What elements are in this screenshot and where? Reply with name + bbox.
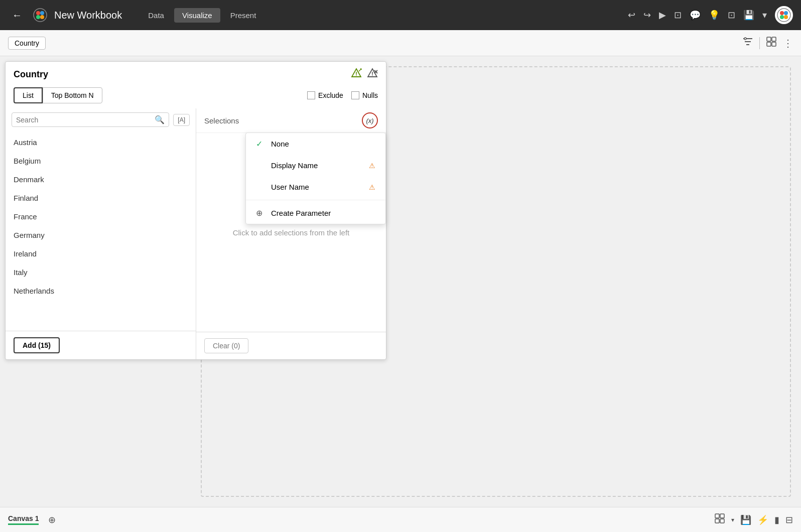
warning-icon-user: ⚠: [369, 183, 375, 191]
filter-panel-header: Country: [6, 62, 386, 87]
dropdown-create-parameter-label: Create Parameter: [271, 209, 331, 217]
tab-list[interactable]: List: [14, 87, 43, 103]
filter-panel-title: Country: [14, 69, 351, 80]
dropdown-item-create-parameter[interactable]: ⊕ Create Parameter: [246, 202, 385, 224]
svg-point-7: [784, 11, 788, 15]
nulls-group: Nulls: [351, 91, 378, 99]
list-item[interactable]: Germany: [6, 226, 196, 244]
dropdown-none-label: None: [271, 140, 289, 148]
more-icon[interactable]: ⋮: [783, 37, 793, 49]
grid-chevron-icon[interactable]: ▾: [731, 516, 734, 523]
list-item[interactable]: Finland: [6, 189, 196, 207]
svg-point-3: [36, 15, 40, 19]
filter-remove-icon[interactable]: [367, 68, 378, 81]
nulls-checkbox[interactable]: [351, 91, 359, 99]
fx-dropdown-menu: ✓ None ✓ Display Name ⚠ ✓ User Name ⚠: [245, 132, 386, 224]
list-item[interactable]: Italy: [6, 263, 196, 282]
app-logo: [32, 7, 48, 23]
svg-point-20: [356, 75, 357, 76]
list-item[interactable]: Ireland: [6, 244, 196, 263]
nulls-label: Nulls: [362, 91, 378, 99]
dropdown-item-display-name[interactable]: ✓ Display Name ⚠: [246, 155, 385, 176]
filter-tab-group: List Top Bottom N: [14, 87, 102, 103]
svg-point-9: [784, 15, 788, 19]
list-item[interactable]: France: [6, 207, 196, 226]
fx-button[interactable]: (x): [362, 112, 378, 128]
save-chevron-icon[interactable]: ▾: [762, 10, 767, 21]
exclude-label: Exclude: [318, 91, 343, 99]
list-item[interactable]: Denmark: [6, 170, 196, 189]
svg-rect-31: [715, 519, 719, 523]
svg-rect-16: [767, 42, 771, 46]
layout-icon[interactable]: [766, 36, 777, 50]
list-mode-btn[interactable]: [A]: [173, 114, 190, 126]
dropdown-display-name-label: Display Name: [271, 161, 318, 170]
save-green-icon[interactable]: 💾: [740, 514, 751, 525]
add-button[interactable]: Add (15): [14, 337, 60, 353]
clear-button[interactable]: Clear (0): [204, 338, 248, 353]
layout-icon-2[interactable]: ⊟: [785, 514, 793, 525]
svg-point-0: [34, 9, 47, 22]
warning-icon-display: ⚠: [369, 162, 375, 170]
svg-point-4: [40, 15, 44, 19]
canvas-bar-right-icons: ▾ 💾 ⚡ ▮ ⊟: [714, 513, 793, 526]
lightning-icon[interactable]: ⚡: [757, 514, 768, 525]
filter-bar-right-icons: ⋮: [742, 36, 793, 50]
back-button[interactable]: ←: [8, 8, 26, 23]
tab-visualize[interactable]: Visualize: [174, 8, 220, 23]
country-list: Austria Belgium Denmark Finland France G…: [6, 131, 196, 331]
check-icon: ✓: [256, 139, 266, 149]
save-icon[interactable]: 💾: [743, 10, 754, 21]
svg-rect-14: [767, 37, 771, 41]
list-item[interactable]: Belgium: [6, 152, 196, 170]
undo-icon[interactable]: ↩: [628, 10, 635, 21]
svg-point-26: [372, 75, 373, 76]
svg-point-1: [36, 11, 40, 15]
add-canvas-button[interactable]: ⊕: [45, 513, 59, 527]
comment-icon[interactable]: 💬: [690, 10, 701, 21]
plus-icon: ⊕: [256, 208, 266, 218]
filter-left-panel: 🔍 [A] Austria Belgium Denmark Finland Fr…: [6, 108, 196, 359]
exclude-checkbox[interactable]: [307, 91, 315, 99]
tab-data[interactable]: Data: [140, 8, 172, 23]
tab-top-bottom-n[interactable]: Top Bottom N: [43, 87, 102, 103]
svg-rect-32: [720, 519, 724, 523]
filter-tabs-row: List Top Bottom N Exclude Nulls: [6, 87, 386, 108]
filter-left-footer: Add (15): [6, 331, 196, 359]
no-check-icon: ✓: [256, 161, 266, 170]
country-filter-tag[interactable]: Country: [8, 37, 46, 50]
filter-add-icon[interactable]: [351, 68, 362, 81]
search-input[interactable]: [16, 116, 155, 124]
snapshot-icon[interactable]: ⊡: [674, 10, 682, 21]
filter-icon[interactable]: [742, 36, 753, 50]
search-wrapper: 🔍: [12, 112, 169, 127]
search-icon: 🔍: [155, 115, 165, 124]
avatar[interactable]: [775, 6, 793, 24]
redo-icon[interactable]: ↪: [643, 10, 651, 21]
svg-point-6: [780, 11, 784, 15]
dropdown-divider: [246, 200, 385, 200]
list-item[interactable]: Netherlands: [6, 282, 196, 300]
panel-icon[interactable]: ▮: [774, 514, 779, 525]
canvas-tab-1[interactable]: Canvas 1: [8, 514, 39, 525]
svg-point-2: [40, 11, 44, 15]
dropdown-user-name-label: User Name: [271, 183, 309, 191]
divider: [759, 37, 760, 49]
workbook-title: New Workbook: [54, 10, 122, 21]
navbar-icons: ↩ ↪ ▶ ⊡ 💬 💡 ⊡ 💾 ▾: [628, 6, 793, 24]
svg-rect-30: [720, 514, 724, 518]
bulb-icon[interactable]: 💡: [709, 10, 720, 21]
navbar: ← New Workbook Data Visualize Present ↩ …: [0, 0, 801, 30]
list-item[interactable]: Austria: [6, 133, 196, 152]
filter-bar: Country ⋮: [0, 30, 801, 56]
dropdown-item-none[interactable]: ✓ None: [246, 133, 385, 155]
export-icon[interactable]: ⊡: [728, 10, 735, 21]
grid-icon[interactable]: [714, 513, 725, 526]
tab-present[interactable]: Present: [222, 8, 264, 23]
svg-point-13: [744, 38, 746, 40]
play-icon[interactable]: ▶: [659, 10, 666, 21]
dropdown-item-user-name[interactable]: ✓ User Name ⚠: [246, 176, 385, 198]
navbar-tabs: Data Visualize Present: [140, 8, 622, 23]
filter-panel: Country: [5, 61, 386, 360]
selections-label: Selections: [204, 116, 362, 125]
